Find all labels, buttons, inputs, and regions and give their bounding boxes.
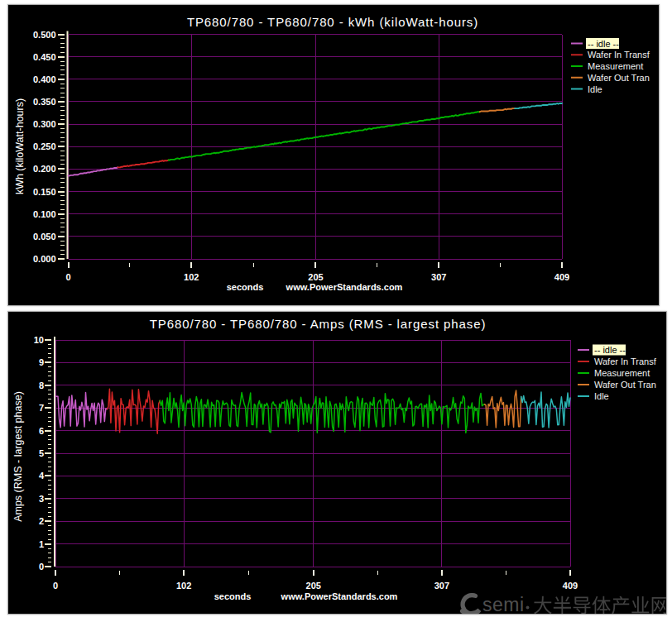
amps-chart-canvas: 0123456789100102205307409secondswww.Powe… xyxy=(8,312,666,614)
kwh-chart-canvas: 0.0000.0500.1000.1500.2000.2500.3000.350… xyxy=(8,5,659,305)
brand-url: www.PowerStandards.com xyxy=(286,282,403,292)
y-axis-title: Amps (RMS - largest phase) xyxy=(12,391,24,522)
series-segment-wafer-in-transfer xyxy=(107,389,160,433)
y-axis-line xyxy=(67,31,69,260)
y-tick-label: 0.100 xyxy=(33,209,56,219)
y-tick-label: 6 xyxy=(39,426,44,436)
series-segment-wafer-in-transfer xyxy=(118,160,168,168)
x-tick-label: 205 xyxy=(306,581,321,591)
y-tick-label: 9 xyxy=(39,357,44,367)
y-tick-label: 3 xyxy=(39,494,44,504)
y-tick-label: 5 xyxy=(39,448,44,458)
x-ticks xyxy=(69,262,563,268)
x-ticks xyxy=(55,570,570,576)
legend-label: -- idle -- xyxy=(594,345,626,355)
y-tick-label: 0.200 xyxy=(33,164,56,174)
series-segment-idle-end xyxy=(521,392,570,428)
x-tick-label: 0 xyxy=(53,581,58,591)
series-segment-wafer-out-transfer xyxy=(480,108,515,112)
chart-title: TP680/780 - TP680/780 - kWh (kiloWatt-ho… xyxy=(187,15,478,29)
y-tick-label: 0.250 xyxy=(33,141,56,151)
legend-label: Measurement xyxy=(594,368,650,378)
y-tick-label: 0.350 xyxy=(33,97,56,107)
kwh-series xyxy=(69,103,563,176)
amps-grid xyxy=(55,340,570,567)
x-tick-label: 307 xyxy=(434,581,449,591)
legend-label: Measurement xyxy=(588,61,643,71)
y-tick-label: 2 xyxy=(39,516,44,526)
x-tick-label: 307 xyxy=(431,272,446,282)
kwh-chart-panel: 0.0000.0500.1000.1500.2000.2500.3000.350… xyxy=(8,5,659,305)
y-tick-label: 0.400 xyxy=(33,74,56,84)
legend-label: Wafer Out Tran xyxy=(594,380,656,390)
x-tick-label: 205 xyxy=(308,272,323,282)
x-tick-label: 102 xyxy=(176,581,191,591)
kwh-legend: -- idle --Wafer In TransfMeasurementWafe… xyxy=(571,38,650,94)
amps-y-axis: 012345678910 xyxy=(34,335,55,572)
y-ticks xyxy=(45,340,51,567)
kwh-x-axis: 0102205307409secondswww.PowerStandards.c… xyxy=(65,262,569,292)
amps-series xyxy=(55,389,570,433)
x-tick-label: 0 xyxy=(65,272,70,282)
y-ticks xyxy=(58,35,65,260)
series-segment-measurement xyxy=(169,112,480,160)
legend-label: Wafer In Transf xyxy=(594,356,657,366)
legend-label: Idle xyxy=(588,84,602,94)
y-tick-label: 0.450 xyxy=(33,52,56,62)
legend-label: Idle xyxy=(594,391,609,401)
amps-chart-panel: 0123456789100102205307409secondswww.Powe… xyxy=(8,312,666,614)
y-tick-label: 0.150 xyxy=(33,187,56,197)
y-tick-label: 8 xyxy=(39,380,44,390)
y-tick-label: 0 xyxy=(39,562,44,572)
amps-x-axis: 0102205307409secondswww.PowerStandards.c… xyxy=(53,570,578,601)
y-axis-title: kWh (kiloWatt-hours) xyxy=(14,98,26,194)
series-segment-measurement xyxy=(160,393,484,433)
y-tick-label: 0.050 xyxy=(33,232,56,242)
brand-url: www.PowerStandards.com xyxy=(281,591,398,601)
y-tick-label: 4 xyxy=(39,471,45,481)
x-tick-label: 102 xyxy=(184,272,199,282)
series-segment-idle-end xyxy=(515,103,562,108)
legend-label: -- idle -- xyxy=(588,39,619,49)
series-segment-wafer-out-transfer xyxy=(485,390,521,428)
x-axis-label: seconds xyxy=(227,282,264,292)
y-tick-label: 0.300 xyxy=(33,119,56,129)
amps-legend: -- idle --Wafer In TransfMeasurementWafe… xyxy=(578,345,657,402)
x-tick-label: 409 xyxy=(554,272,569,282)
legend-label: Wafer Out Tran xyxy=(588,73,650,83)
y-tick-label: 0.000 xyxy=(33,254,56,264)
x-tick-label: 409 xyxy=(563,581,578,591)
chart-title: TP680/780 - TP680/780 - Amps (RMS - larg… xyxy=(150,317,487,331)
y-axis-line xyxy=(54,337,55,567)
kwh-grid xyxy=(69,35,563,260)
y-tick-label: 0.500 xyxy=(33,30,56,40)
x-axis-label: seconds xyxy=(214,591,252,601)
y-tick-label: 1 xyxy=(39,539,44,549)
y-tick-label: 10 xyxy=(34,335,44,345)
kwh-y-axis: 0.0000.0500.1000.1500.2000.2500.3000.350… xyxy=(33,30,69,265)
series-segment-idle-start xyxy=(55,393,107,428)
page: {"page":{"background":"#ffffff","panel_b… xyxy=(0,0,672,622)
y-tick-label: 7 xyxy=(39,403,44,413)
legend-label: Wafer In Transf xyxy=(588,50,650,60)
